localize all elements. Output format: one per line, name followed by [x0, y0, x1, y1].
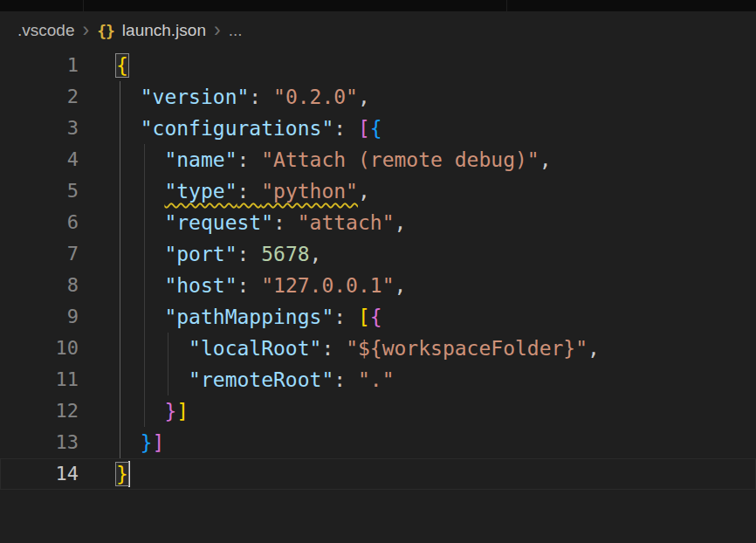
code-token [116, 243, 164, 265]
code-editor[interactable]: 1{2 "version": "0.2.0",3 "configurations… [0, 50, 756, 490]
code-text: "version": "0.2.0", [116, 81, 370, 113]
code-line[interactable]: 7 "port": 5678, [0, 238, 756, 270]
breadcrumb-symbol-ellipsis[interactable]: ... [229, 21, 243, 40]
line-number[interactable]: 3 [0, 113, 79, 144]
code-text: }] [116, 427, 164, 458]
code-token [116, 86, 141, 108]
code-token: "version" [141, 86, 250, 108]
code-token: : [249, 86, 273, 108]
code-line[interactable]: 9 "pathMappings": [{ [0, 301, 756, 333]
code-token: [ [358, 117, 370, 140]
editor-window: .vscode › {} launch.json › ... 1{2 "vers… [0, 0, 756, 543]
code-token: [ [358, 306, 370, 328]
tab-strip [0, 0, 756, 11]
code-token [116, 211, 164, 234]
code-text: "configurations": [{ [116, 113, 382, 144]
code-token: "configurations" [141, 117, 334, 140]
code-token [116, 368, 189, 391]
line-number[interactable]: 10 [0, 333, 79, 364]
code-token: , [588, 337, 600, 360]
code-token: "port" [164, 243, 237, 265]
line-number[interactable]: 13 [0, 427, 79, 458]
code-text: "host": "127.0.0.1", [116, 270, 406, 301]
chevron-right-icon: › [82, 20, 89, 40]
code-line[interactable]: 2 "version": "0.2.0", [0, 81, 756, 113]
breadcrumb: .vscode › {} launch.json › ... [0, 11, 756, 50]
code-token: 5678 [261, 243, 309, 265]
line-number[interactable]: 14 [0, 458, 79, 490]
code-token: : [237, 243, 261, 265]
breadcrumb-item-file[interactable]: launch.json [122, 21, 206, 40]
code-line[interactable]: 14} [0, 458, 756, 490]
code-token: : [333, 117, 358, 140]
code-line[interactable]: 13 }] [0, 427, 756, 458]
code-line[interactable]: 1{ [0, 50, 756, 81]
code-token: "type" [164, 180, 237, 203]
code-token: "name" [164, 148, 237, 171]
code-token: ] [176, 400, 189, 423]
bracket-match: } [116, 463, 128, 485]
code-line[interactable]: 5 "type": "python", [0, 175, 756, 207]
code-text: "name": "Attach (remote debug)", [116, 144, 552, 175]
code-token: "127.0.0.1" [261, 274, 394, 297]
code-token [116, 431, 141, 454]
code-token [116, 148, 164, 171]
code-line[interactable]: 6 "request": "attach", [0, 207, 756, 238]
code-token: "0.2.0" [273, 86, 358, 108]
code-token: : [237, 274, 261, 297]
code-text: }] [116, 395, 189, 427]
text-cursor [128, 461, 131, 487]
code-token: , [540, 148, 552, 171]
line-number[interactable]: 6 [0, 207, 79, 238]
code-line[interactable]: 12 }] [0, 395, 756, 427]
code-line[interactable]: 11 "remoteRoot": "." [0, 364, 756, 395]
code-text: "port": 5678, [116, 238, 321, 270]
code-token: : [333, 368, 358, 391]
code-token: , [310, 243, 322, 265]
code-line[interactable]: 10 "localRoot": "${workspaceFolder}", [0, 333, 756, 364]
code-lines: 1{2 "version": "0.2.0",3 "configurations… [0, 50, 756, 490]
code-text: { [116, 50, 128, 81]
code-token: "attach" [298, 211, 395, 234]
code-token: , [395, 274, 407, 297]
line-number[interactable]: 1 [0, 50, 79, 81]
code-text: "type": "python", [116, 175, 370, 207]
code-token: { [370, 117, 382, 140]
code-token: { [370, 306, 382, 328]
line-number[interactable]: 12 [0, 395, 79, 427]
tab-separator [83, 0, 84, 11]
line-number[interactable]: 7 [0, 238, 79, 270]
code-token: , [358, 86, 370, 108]
line-number[interactable]: 11 [0, 364, 79, 395]
chevron-right-icon: › [214, 20, 221, 40]
line-number[interactable]: 4 [0, 144, 79, 175]
code-token: } [164, 400, 176, 423]
code-token: "${workspaceFolder}" [346, 337, 588, 360]
code-line[interactable]: 3 "configurations": [{ [0, 113, 756, 144]
code-line[interactable]: 8 "host": "127.0.0.1", [0, 270, 756, 301]
json-file-icon: {} [97, 22, 114, 40]
code-token: "Attach (remote debug)" [261, 148, 540, 171]
code-token: "host" [164, 274, 237, 297]
bracket-match: { [116, 54, 128, 77]
code-text: "localRoot": "${workspaceFolder}", [116, 333, 600, 364]
code-token [116, 180, 164, 203]
line-number[interactable]: 8 [0, 270, 79, 301]
code-token: ] [153, 431, 165, 454]
code-text: "request": "attach", [116, 207, 406, 238]
code-token [116, 400, 164, 423]
code-text: "remoteRoot": "." [116, 364, 395, 395]
code-token: : [333, 306, 358, 328]
code-token: "." [358, 368, 395, 391]
breadcrumb-item-folder[interactable]: .vscode [17, 21, 74, 40]
code-line[interactable]: 4 "name": "Attach (remote debug)", [0, 144, 756, 175]
tab-separator [506, 0, 507, 11]
line-number[interactable]: 2 [0, 81, 79, 113]
code-token [116, 337, 189, 360]
code-text: "pathMappings": [{ [116, 301, 382, 333]
line-number[interactable]: 9 [0, 301, 79, 333]
code-token [116, 274, 164, 297]
code-token: "remoteRoot" [189, 368, 333, 391]
code-token [116, 306, 164, 328]
line-number[interactable]: 5 [0, 175, 79, 207]
